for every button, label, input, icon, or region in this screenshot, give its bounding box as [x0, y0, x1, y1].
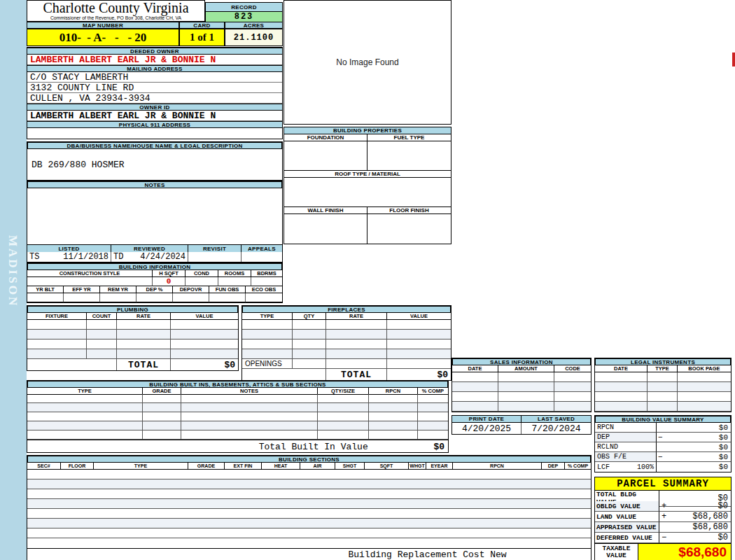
dba-value: DB 269/880 HOSMER — [27, 149, 282, 180]
record-value: 823 — [206, 12, 282, 22]
bdrms-label: BDRMS — [251, 270, 282, 277]
card-value: 1 of 1 — [179, 29, 225, 46]
dep-label: DEP % — [136, 286, 173, 293]
building-info-headers-1: CONSTRUCTION STYLE H SQFT COND ROOMS BDR… — [27, 270, 282, 277]
wall-floor-headers: WALL FINISH FLOOR FINISH — [284, 207, 451, 214]
building-sections-headers: SEC# FLOOR TYPE GRADE EXT FIN HEAT AIR S… — [27, 463, 591, 470]
bvs-row-dep: DEP −$0 — [595, 433, 731, 442]
legal-panel: LEGAL INSTRUMENTS DATE TYPE BOOK PAGE — [594, 358, 732, 412]
appeals-value — [241, 252, 282, 262]
fueltype-label: FUEL TYPE — [368, 134, 451, 141]
table-row — [595, 402, 731, 412]
floor-finish-value — [368, 214, 451, 244]
notes-label: NOTES — [27, 181, 282, 188]
dates-panel: LISTED REVIEWED REVISIT APPEALS TS11/1/2… — [27, 244, 283, 262]
roof-label: ROOF TYPE / MATERIAL — [284, 171, 451, 178]
table-row — [27, 519, 591, 528]
table-row — [27, 403, 448, 412]
plumbing-total-label: TOTAL — [117, 359, 171, 370]
bvs-row-lcf: LCF100% $0 — [595, 462, 731, 472]
roof-value — [284, 178, 451, 207]
parcel-row-land: LAND VALUE + $68,680 — [595, 512, 731, 522]
parcel-row-obldg: OBLDG VALUE + $0 — [595, 501, 731, 512]
legal-headers: DATE TYPE BOOK PAGE — [595, 365, 731, 372]
parcel-row-total-bldg: TOTAL BLDG VALUE $0 — [595, 491, 731, 501]
madison-watermark: MADISON — [6, 235, 20, 307]
table-row — [595, 382, 731, 392]
listed-value: TS11/1/2018 — [27, 252, 111, 262]
plumbing-panel: PLUMBING FIXTURE COUNT RATE VALUE TOTAL … — [27, 305, 239, 371]
table-row — [27, 538, 591, 548]
building-info-headers-2: YR BLT EFF YR REM YR DEP % DEPOVR FUN OB… — [27, 286, 282, 293]
right-edge-red-mark — [732, 52, 735, 66]
record-label: RECORD — [206, 3, 282, 12]
dba-label: DBA/BUISNESS NAME/HOUSE NAME & LEGAL DES… — [27, 142, 282, 149]
revisit-value — [188, 252, 241, 262]
sales-headers: DATE AMOUNT CODE — [452, 365, 591, 372]
yrblt-label: YR BLT — [27, 286, 64, 293]
mailing-line-2: 3132 COUNTY LINE RD — [27, 83, 282, 93]
county-header: Charlotte County Virginia Commissioner o… — [27, 0, 205, 22]
taxable-label: TAXABLE VALUE — [595, 544, 638, 560]
building-info-panel: BUILDING INFORMATION CONSTRUCTION STYLE … — [27, 262, 283, 303]
table-row — [27, 330, 238, 340]
dates-header-row: LISTED REVIEWED REVISIT APPEALS — [27, 245, 282, 252]
table-row — [27, 394, 448, 403]
foundation-fuel-headers: FOUNDATION FUEL TYPE — [284, 134, 451, 141]
table-row — [242, 349, 451, 359]
table-row — [27, 320, 238, 330]
construction-style-label: CONSTRUCTION STYLE — [27, 270, 153, 277]
bvs-row-rpcn: RPCN $0 — [595, 423, 731, 433]
built-ins-headers: TYPE GRADE NOTES QTY/SIZE RPCN % COMP — [27, 388, 448, 394]
fireplaces-total-value: $0 — [387, 369, 451, 380]
plumbing-total-value: $0 — [171, 359, 238, 370]
foundation-value — [284, 141, 368, 170]
sales-title: SALES INFORMATION — [452, 358, 591, 365]
funobs-label: FUN OBS — [209, 286, 246, 293]
building-value-summary-panel: BUILDING VALUE SUMMARY RPCN $0 DEP −$0 R… — [594, 415, 732, 472]
table-row — [27, 412, 448, 421]
foundation-label: FOUNDATION — [284, 134, 368, 141]
dates-value-row: TS11/1/2018 TD4/24/2024 — [27, 252, 282, 262]
openings-label: OPENINGS — [242, 359, 293, 369]
table-row — [452, 372, 591, 382]
print-date-values: 4/20/2025 7/20/2024 — [452, 423, 591, 434]
table-row — [452, 392, 591, 402]
building-sections-panel: BUILDING SECTIONS SEC# FLOOR TYPE GRADE … — [27, 455, 592, 560]
bdrms-value — [251, 277, 282, 286]
fireplaces-openings-row: OPENINGS — [242, 359, 451, 369]
plumbing-headers: FIXTURE COUNT RATE VALUE — [27, 313, 238, 320]
acres-value: 21.1100 — [225, 29, 283, 46]
table-row — [27, 499, 591, 509]
owner-panel: DEEDED OWNER LAMBERTH ALBERT EARL JR & B… — [27, 47, 283, 139]
remyr-label: REM YR — [100, 286, 136, 293]
table-row — [27, 349, 238, 359]
dba-panel: DBA/BUISNESS NAME/HOUSE NAME & LEGAL DES… — [27, 141, 283, 181]
page-title: Charlotte County Virginia — [27, 1, 204, 15]
building-properties-title: BUILDING PROPERTIES — [284, 127, 451, 134]
mailing-line-1: C/O STACY LAMBERTH — [27, 72, 282, 83]
built-ins-total-label: Total Built In Value — [259, 441, 368, 451]
physical-911-value — [27, 128, 282, 139]
parcel-summary-title: PARCEL SUMMARY — [595, 477, 731, 491]
ecoobs-label: ECO OBS — [246, 286, 282, 293]
building-info-title: BUILDING INFORMATION — [27, 263, 282, 270]
cond-label: COND — [186, 270, 218, 277]
no-image-text: No Image Found — [336, 57, 398, 67]
fireplaces-title: FIREPLACES — [242, 306, 451, 313]
fireplaces-headers: TYPE QTY RATE VALUE — [242, 313, 451, 320]
table-row — [27, 430, 448, 440]
building-sections-footer: Building Replacement Cost New — [27, 548, 591, 560]
construction-style-value — [27, 277, 153, 286]
last-saved-value: 7/20/2024 — [522, 423, 591, 434]
deeded-owner-value: LAMBERTH ALBERT EARL JR & BONNIE N — [27, 55, 282, 65]
table-row — [242, 340, 451, 349]
bvs-row-rclnd: RCLND $0 — [595, 442, 731, 452]
table-row — [242, 330, 451, 340]
hsqft-value: 0 — [153, 277, 186, 286]
building-info-values-1: 0 — [27, 277, 282, 286]
print-date-label: PRINT DATE — [452, 416, 522, 423]
print-date-headers: PRINT DATE LAST SAVED — [452, 416, 591, 423]
notes-panel: NOTES — [27, 181, 283, 245]
notes-value — [27, 188, 282, 244]
